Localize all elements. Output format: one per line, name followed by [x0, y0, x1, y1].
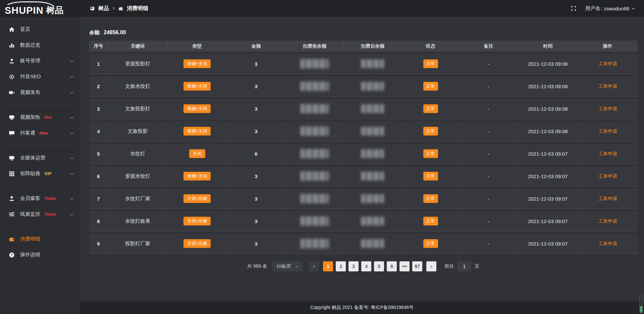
sidebar-item-tag: VIP — [44, 171, 51, 176]
sidebar-item-label: 消费明细 — [20, 236, 40, 242]
cell-balance-after — [344, 54, 402, 74]
table-row: 4 文旅投影 前缀+主词 3 正常 - 2021-12-03 09:08 工单申… — [89, 121, 637, 142]
sidebar-item[interactable]: 数据总览 — [0, 37, 80, 53]
cell-amount: 3 — [227, 99, 286, 119]
sidebar-item[interactable]: 会员爆客 Tools — [0, 191, 80, 206]
footer: Copyright 树品 2021 备案号: 粤ICP备09019646号 — [80, 301, 644, 314]
table-column-header: 类型 — [168, 41, 227, 52]
sidebar-item[interactable] — [6, 145, 74, 146]
user-menu[interactable]: 用户名: zswodun88 — [585, 5, 635, 12]
cell-status: 正常 — [402, 76, 460, 97]
page-button[interactable]: 4 — [361, 261, 371, 271]
cell-remark: - — [460, 99, 518, 119]
type-badge: 前缀+主词 — [183, 59, 211, 68]
type-badge: 主词+后缀 — [183, 217, 211, 225]
page-button[interactable]: 6 — [387, 261, 397, 271]
cell-balance-after — [344, 76, 402, 97]
sidebar-item-tag: Tools — [44, 196, 56, 201]
fullscreen-icon[interactable] — [571, 5, 577, 11]
goto-page-input[interactable] — [457, 261, 471, 271]
page-button[interactable]: 3 — [348, 261, 359, 271]
ticket-apply-link[interactable]: 工单申请 — [598, 128, 617, 134]
next-page-button[interactable]: › — [426, 261, 436, 271]
cell-balance-before — [286, 99, 344, 119]
sidebar-item[interactable]: 抖音SEO — [0, 69, 80, 85]
sidebar-item-label: 矩阵助推 — [20, 170, 40, 177]
ticket-apply-link[interactable]: 工单申请 — [598, 151, 617, 156]
prev-page-button[interactable]: ‹ — [309, 261, 319, 271]
chevron-down-icon — [295, 265, 299, 268]
cell-status: 正常 — [402, 144, 460, 164]
cell-action: 工单申请 — [578, 76, 637, 97]
header-right: 用户名: zswodun88 — [571, 5, 635, 12]
breadcrumb-root[interactable]: 树品 — [98, 5, 109, 12]
sidebar-item-label: 首页 — [20, 26, 30, 33]
masked-value — [301, 239, 329, 248]
table-column-header: 金额 — [227, 41, 286, 52]
sidebar-item[interactable]: 账号管理 — [0, 53, 80, 69]
sidebar-item[interactable] — [6, 186, 74, 186]
balance-value: 24856.00 — [104, 30, 126, 36]
type-badge: 前缀+主词 — [183, 172, 211, 180]
sidebar-item[interactable]: 视频加热 Hot — [0, 109, 80, 125]
cell-amount: 3 — [227, 189, 286, 209]
logo: SHUPIN 树品 — [0, 0, 80, 17]
sidebar-item[interactable]: 首页 — [0, 21, 80, 37]
chevron-down-icon — [70, 91, 74, 95]
copyright-text: Copyright 树品 2021 备案号: 粤ICP备09019646号 — [310, 305, 414, 311]
content: 余额: 24856.00 序号 关键词 类型 金额 — [80, 17, 644, 301]
masked-value — [361, 104, 384, 113]
sidebar-item[interactable]: 矩阵助推 VIP — [0, 166, 80, 181]
user-icon — [9, 58, 15, 64]
page-button[interactable]: 5 — [374, 261, 384, 271]
page-button[interactable]: 1 — [323, 261, 333, 271]
ticket-apply-link[interactable]: 工单申请 — [598, 196, 617, 201]
page-button[interactable]: ••• — [399, 261, 410, 271]
top-header: 树品 > 消费明细 用户名: zswodun88 — [80, 0, 644, 17]
cell-amount: 3 — [227, 166, 286, 187]
table-column-header: 序号 — [89, 41, 108, 52]
chevron-down-icon — [70, 156, 74, 160]
status-badge: 正常 — [423, 149, 438, 158]
page-button[interactable]: 2 — [336, 261, 346, 271]
status-badge: 正常 — [423, 127, 438, 136]
scrollbar[interactable] — [639, 294, 643, 313]
pagination: 共 969 条 10条/页 ‹ 1 2 3 4 5 6 — [89, 261, 637, 271]
scrollbar-thumb[interactable] — [640, 306, 642, 312]
sidebar-item[interactable]: 线索监控 Tools — [0, 206, 80, 222]
cell-balance-after — [344, 233, 402, 254]
sidebar-item[interactable]: ? 操作说明 — [0, 247, 80, 263]
cell-balance-after — [344, 211, 402, 231]
status-badge: 正常 — [423, 172, 438, 180]
chevron-down-icon — [70, 131, 74, 135]
cell-type: 主词+后缀 — [168, 189, 227, 209]
cell-action: 工单申请 — [578, 211, 637, 231]
sidebar-item[interactable]: 消费明细 — [0, 231, 80, 247]
page-size-select[interactable]: 10条/页 — [272, 261, 303, 271]
consumption-table: 序号 关键词 类型 金额 扣费前余额 扣费后余额 状态 — [89, 39, 637, 256]
sidebar-item[interactable]: 视频发布 — [0, 85, 80, 100]
cell-action: 工单申请 — [578, 99, 637, 119]
ticket-apply-link[interactable]: 工单申请 — [598, 61, 617, 66]
sidebar-item-label: 视频发布 — [20, 89, 40, 96]
sidebar-item[interactable]: 全媒体运营 — [0, 150, 80, 166]
ticket-apply-link[interactable]: 工单申请 — [598, 218, 617, 224]
cell-index: 9 — [89, 233, 108, 254]
sidebar-item[interactable]: 抖客通 New — [0, 125, 80, 141]
ticket-apply-link[interactable]: 工单申请 — [598, 106, 617, 111]
ticket-apply-link[interactable]: 工单申请 — [598, 241, 617, 246]
ticket-apply-link[interactable]: 工单申请 — [598, 84, 617, 89]
page-button[interactable]: 97 — [412, 261, 422, 271]
goto-page: 前往 页 — [444, 261, 479, 271]
cell-action: 工单申请 — [578, 189, 637, 209]
type-badge: 前缀+主词 — [183, 127, 211, 136]
cell-remark: - — [460, 166, 518, 187]
sidebar-item[interactable] — [6, 226, 74, 227]
table-header-row: 序号 关键词 类型 金额 扣费前余额 扣费后余额 状态 — [89, 41, 637, 52]
cell-keyword: 水纹灯 — [108, 144, 168, 164]
chevron-down-icon — [70, 197, 74, 201]
ticket-apply-link[interactable]: 工单申请 — [598, 173, 617, 179]
sidebar-item[interactable] — [6, 105, 74, 105]
status-badge: 正常 — [423, 82, 438, 91]
cell-remark: - — [460, 189, 518, 209]
